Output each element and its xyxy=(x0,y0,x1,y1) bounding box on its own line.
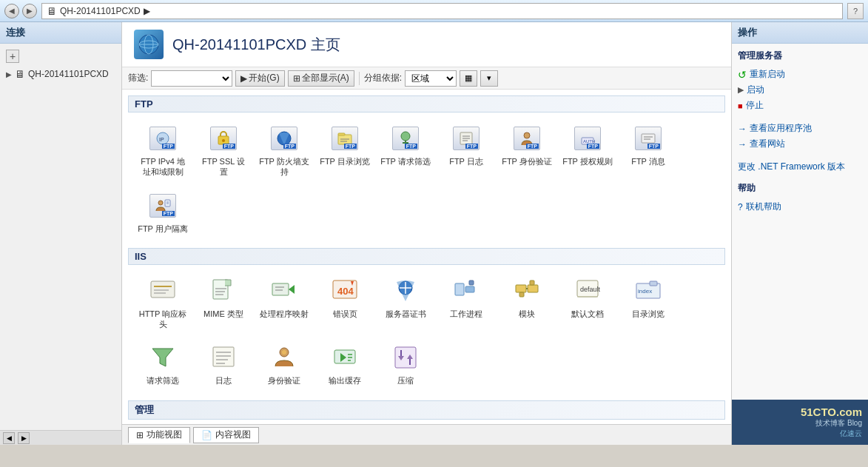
content-view-icon: 📄 xyxy=(201,430,212,440)
iis-cert-item[interactable]: 服务器证书 xyxy=(377,271,434,335)
svg-rect-23 xyxy=(642,134,655,143)
iis-log-icon xyxy=(209,343,238,372)
svg-point-69 xyxy=(282,350,286,355)
filter-select[interactable] xyxy=(151,70,232,87)
sidebar-scroll-right[interactable]: ▶ xyxy=(18,432,30,444)
help-icon-btn[interactable]: ? xyxy=(847,3,864,19)
iis-default-icon: default xyxy=(573,276,602,306)
ftp-ipv4-label: FTP IPv4 地址和域限制 xyxy=(138,156,188,178)
start-button[interactable]: ▶ 开始(G) xyxy=(235,70,284,87)
view-website-icon: → xyxy=(738,139,747,149)
iis-auth-icon xyxy=(269,343,299,372)
iis-cache-item[interactable]: 输出缓存 xyxy=(316,337,374,391)
online-help-link[interactable]: ? 联机帮助 xyxy=(738,199,862,215)
server-icon: 🖥 xyxy=(47,5,57,17)
iis-dir-item[interactable]: index 目录浏览 xyxy=(619,271,677,335)
back-btn[interactable]: ◀ xyxy=(4,4,19,19)
ftp-ssl-item[interactable]: FTP FTP SSL 设置 xyxy=(195,118,252,183)
ftp-log-item[interactable]: FTP FTP 日志 xyxy=(437,118,495,183)
svg-point-7 xyxy=(222,139,225,142)
svg-marker-62 xyxy=(152,349,173,366)
framework-section: 更改 .NET Framework 版本 xyxy=(738,159,862,175)
feature-view-icon: ⊞ xyxy=(136,430,144,440)
ftp-log-icon: FTP xyxy=(451,124,481,153)
iis-mime-item[interactable]: MIME 类型 xyxy=(195,271,252,335)
iis-auth-item[interactable]: 身份验证 xyxy=(255,337,313,391)
iis-worker-icon xyxy=(451,276,481,306)
iis-filter-label: 请求筛选 xyxy=(147,375,179,386)
show-all-button[interactable]: ⊞ 全部显示(A) xyxy=(288,70,354,87)
bottom-tabs: ⊞ 功能视图 📄 内容视图 xyxy=(122,424,731,445)
iis-mime-icon xyxy=(209,276,238,306)
iis-filter-item[interactable]: 请求筛选 xyxy=(134,337,192,391)
svg-text:404: 404 xyxy=(337,286,354,297)
svg-text:index: index xyxy=(638,288,652,295)
view-links-section: → 查看应用程序池 → 查看网站 xyxy=(738,121,862,152)
address-bar: 🖥 QH-20141101PCXD ▶ xyxy=(41,3,843,19)
iis-http-item[interactable]: HTTP 响应标头 xyxy=(134,271,192,335)
center-content: QH-20141101PCXD 主页 筛选: ▶ 开始(G) ⊞ 全部显示(A)… xyxy=(122,22,731,445)
iis-compress-icon xyxy=(391,343,420,372)
ftp-authz-icon: AUTH FTP xyxy=(573,124,602,153)
sidebar-scroll-left[interactable]: ◀ xyxy=(3,432,15,444)
ftp-filter-label: FTP 请求筛选 xyxy=(380,156,431,167)
svg-text:default: default xyxy=(580,286,601,293)
iis-handler-icon xyxy=(269,276,299,306)
iis-handler-item[interactable]: 处理程序映射 xyxy=(255,271,313,335)
group-select[interactable]: 区域 xyxy=(405,70,457,87)
tab-feature-view[interactable]: ⊞ 功能视图 xyxy=(128,427,190,443)
ftp-authz-item[interactable]: AUTH FTP FTP 授权规则 xyxy=(559,118,616,183)
stop-link[interactable]: ■ 停止 xyxy=(738,98,862,113)
watermark-logo: 51CTO.com xyxy=(738,406,862,418)
path-text: QH-20141101PCXD xyxy=(60,6,141,16)
ftp-msg-item[interactable]: FTP FTP 消息 xyxy=(619,118,677,183)
iis-worker-item[interactable]: 工作进程 xyxy=(437,271,495,335)
ftp-dir-label: FTP 目录浏览 xyxy=(320,156,370,167)
svg-rect-30 xyxy=(151,281,175,298)
group-label: 分组依据: xyxy=(364,72,402,84)
change-framework-link[interactable]: 更改 .NET Framework 版本 xyxy=(738,159,862,175)
path-arrow: ▶ xyxy=(144,6,150,16)
ftp-ipv4-icon: IP FTP xyxy=(148,124,178,153)
view-button[interactable]: ▦ xyxy=(460,70,477,87)
ftp-auth-item[interactable]: FTP FTP 身份验证 xyxy=(498,118,556,183)
ftp-dir-item[interactable]: FTP FTP 目录浏览 xyxy=(316,118,374,183)
sidebar-arrow-icon: ▶ xyxy=(6,70,12,78)
ftp-ssl-label: FTP SSL 设置 xyxy=(198,156,249,178)
svg-rect-10 xyxy=(338,133,345,135)
ftp-user-item[interactable]: FTP FTP 用户隔离 xyxy=(134,186,192,239)
server-small-icon: 🖥 xyxy=(15,68,25,80)
svg-rect-50 xyxy=(469,280,474,285)
svg-rect-74 xyxy=(395,347,416,368)
iis-module-item[interactable]: 模块 xyxy=(498,271,556,335)
ftp-msg-icon: FTP xyxy=(633,124,663,153)
ftp-ipv4-item[interactable]: IP FTP FTP IPv4 地址和域限制 xyxy=(134,118,192,183)
forward-btn[interactable]: ▶ xyxy=(22,4,37,19)
svg-rect-51 xyxy=(516,285,526,292)
ftp-firewall-item[interactable]: FTP FTP 防火墙支持 xyxy=(255,118,313,183)
iis-worker-label: 工作进程 xyxy=(450,309,482,319)
iis-log-label: 日志 xyxy=(215,375,232,386)
iis-handler-label: 处理程序映射 xyxy=(260,309,309,319)
iis-icons-grid: HTTP 响应标头 MIME 类型 处理程序映射 xyxy=(128,271,725,392)
iis-compress-item[interactable]: 压缩 xyxy=(377,337,434,391)
view-button2[interactable]: ▾ xyxy=(480,70,498,87)
restart-link[interactable]: ↺ 重新启动 xyxy=(738,67,862,82)
iis-log-item[interactable]: 日志 xyxy=(195,337,252,391)
ftp-firewall-label: FTP 防火墙支持 xyxy=(259,156,309,178)
sidebar-add-button[interactable]: + xyxy=(6,50,19,63)
view-website-link[interactable]: → 查看网站 xyxy=(738,136,862,152)
right-panel-header: 操作 xyxy=(732,22,868,44)
start-link[interactable]: ▶ 启动 xyxy=(738,82,862,98)
ftp-section-header: FTP xyxy=(128,95,725,112)
start-icon: ▶ xyxy=(738,85,744,95)
manage-server-title: 管理服务器 xyxy=(738,50,862,62)
iis-compress-label: 压缩 xyxy=(397,375,414,386)
tab-content-view[interactable]: 📄 内容视图 xyxy=(193,427,259,443)
ftp-filter-item[interactable]: FTP FTP 请求筛选 xyxy=(377,118,434,183)
sidebar-bottom: ◀ ▶ xyxy=(0,430,121,445)
iis-error-item[interactable]: 404 错误页 xyxy=(316,271,374,335)
iis-default-item[interactable]: default 默认文档 xyxy=(559,271,616,335)
sidebar-item-server[interactable]: ▶ 🖥 QH-20141101PCXD xyxy=(3,66,118,82)
view-apppool-link[interactable]: → 查看应用程序池 xyxy=(738,121,862,136)
